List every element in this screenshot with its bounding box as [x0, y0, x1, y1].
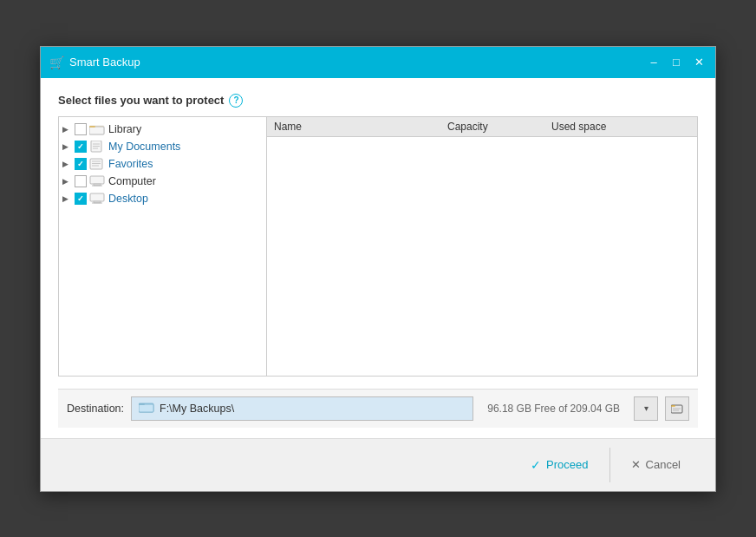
title-bar-title: 🛒 Smart Backup	[49, 56, 140, 69]
tree-item-library[interactable]: ▶ Library	[59, 121, 266, 138]
expand-arrow-computer: ▶	[62, 177, 75, 186]
checkbox-desktop[interactable]	[75, 193, 87, 205]
tree-label-my-documents: My Documents	[108, 141, 180, 153]
help-icon[interactable]: ?	[229, 94, 243, 108]
detail-header: Name Capacity Used space	[267, 117, 697, 137]
folder-icon-library	[89, 123, 105, 135]
dialog-window: 🛒 Smart Backup – □ ✕ Select files you wa…	[40, 46, 716, 492]
detail-rows	[267, 137, 697, 376]
document-icon-my-documents	[89, 141, 105, 153]
checkbox-library[interactable]	[75, 123, 87, 135]
title-bar: 🛒 Smart Backup – □ ✕	[41, 47, 715, 78]
tree-item-computer[interactable]: ▶ Computer	[59, 173, 266, 190]
col-used: Used space	[551, 121, 690, 133]
expand-arrow-library: ▶	[62, 125, 75, 134]
destination-browse-button[interactable]	[665, 396, 689, 421]
expand-arrow-desktop: ▶	[62, 194, 75, 203]
col-capacity: Capacity	[447, 121, 551, 133]
destination-path-bar: F:\My Backups\	[131, 396, 473, 421]
list-icon-favorites	[89, 158, 105, 170]
checkbox-favorites[interactable]	[75, 158, 87, 170]
restore-button[interactable]: □	[668, 55, 684, 70]
title-bar-controls: – □ ✕	[646, 55, 707, 70]
checkbox-my-documents[interactable]	[75, 141, 87, 153]
section-title: Select files you want to protect ?	[58, 94, 698, 108]
cancel-button[interactable]: ✕ Cancel	[610, 451, 701, 478]
proceed-label: Proceed	[546, 458, 588, 471]
tree-label-favorites: Favorites	[108, 158, 153, 170]
destination-dropdown-button[interactable]: ▾	[634, 396, 658, 421]
cancel-label: Cancel	[646, 458, 681, 471]
tree-item-desktop[interactable]: ▶ Desktop	[59, 190, 266, 207]
expand-arrow-my-documents: ▶	[62, 142, 75, 151]
destination-folder-icon	[139, 401, 154, 416]
tree-item-favorites[interactable]: ▶ Favorites	[59, 155, 266, 173]
col-name: Name	[274, 121, 447, 133]
tree-label-desktop: Desktop	[108, 193, 148, 205]
svg-rect-1	[89, 127, 104, 134]
destination-label: Destination:	[67, 403, 124, 415]
tree-label-library: Library	[108, 123, 141, 135]
desktop-icon	[89, 193, 105, 205]
cancel-x-icon: ✕	[631, 458, 641, 471]
checkbox-computer[interactable]	[75, 175, 87, 187]
footer: ✓ Proceed ✕ Cancel	[41, 438, 715, 491]
computer-icon	[89, 175, 105, 187]
close-button[interactable]: ✕	[691, 55, 707, 70]
tree-label-computer: Computer	[108, 175, 156, 187]
dialog-title: Smart Backup	[69, 56, 140, 69]
proceed-button[interactable]: ✓ Proceed	[510, 451, 609, 479]
destination-free-space: 96.18 GB Free of 209.04 GB	[480, 403, 627, 415]
svg-rect-7	[90, 159, 102, 169]
destination-path-text: F:\My Backups\	[160, 403, 466, 415]
tree-item-my-documents[interactable]: ▶ My Documents	[59, 138, 266, 155]
svg-rect-2	[89, 126, 95, 128]
proceed-check-icon: ✓	[531, 458, 541, 472]
svg-rect-18	[139, 404, 153, 412]
detail-panel: Name Capacity Used space	[267, 117, 697, 376]
svg-rect-14	[90, 193, 104, 201]
destination-bar: Destination: F:\My Backups\ 96.18 GB Fre…	[58, 389, 698, 428]
file-panel: ▶ Library ▶	[58, 116, 698, 377]
svg-rect-21	[671, 405, 675, 407]
tree-panel: ▶ Library ▶	[59, 117, 267, 376]
dialog-body: Select files you want to protect ? ▶	[41, 78, 715, 438]
expand-arrow-favorites: ▶	[62, 160, 75, 168]
minimize-button[interactable]: –	[646, 55, 662, 70]
title-cart-icon: 🛒	[49, 56, 64, 69]
svg-rect-19	[139, 403, 145, 405]
svg-rect-11	[90, 176, 104, 184]
